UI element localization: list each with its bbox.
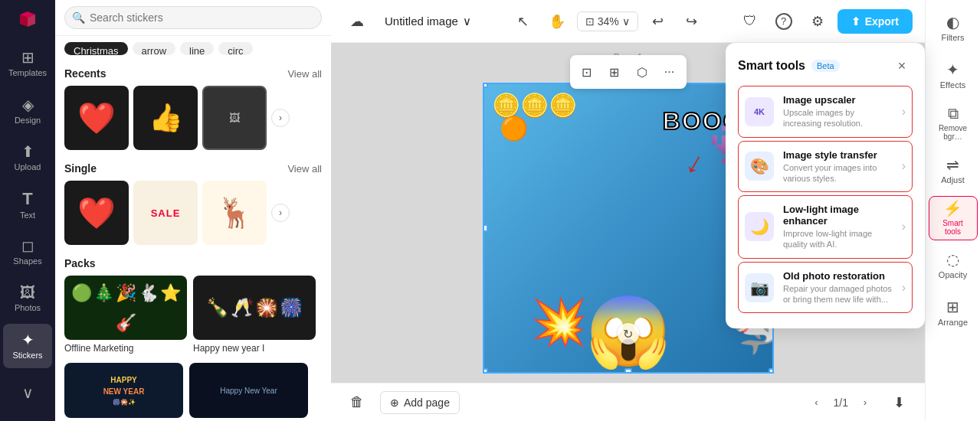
sticker-recent-1[interactable]: 👍: [133, 86, 198, 150]
sidebar-item-photos[interactable]: 🖼 Photos: [3, 277, 52, 321]
smart-tool-item-image-upscaler[interactable]: 4K Image upscaler Upscale images by incr…: [738, 86, 913, 138]
right-tool-smart-tools[interactable]: ⚡ Smarttools: [929, 196, 978, 240]
delete-element-button[interactable]: 🗑: [343, 389, 371, 416]
single-header: Single View all: [64, 162, 322, 175]
single-view-all[interactable]: View all: [287, 163, 322, 175]
filters-label: Filters: [942, 33, 965, 42]
float-layer-button[interactable]: ⬡: [630, 60, 654, 84]
low-light-text: Low-light image enhancer Improve low-lig…: [783, 204, 893, 250]
export-button[interactable]: ⬆ Export: [837, 9, 913, 34]
right-tool-opacity[interactable]: ◌ Opacity: [929, 243, 978, 288]
top-toolbar: ☁ Untitled image ∨ ↖ ✋ ⊡ 34% ∨ ↩ ↪: [331, 0, 925, 43]
handle-bottom-left[interactable]: [483, 368, 488, 374]
float-select-button[interactable]: ⊡: [575, 60, 599, 84]
right-tool-arrange[interactable]: ⊞ Arrange: [929, 291, 978, 335]
search-bar: 🔍: [55, 0, 331, 36]
handle-top-left[interactable]: [483, 83, 488, 88]
sticker-recent-0[interactable]: ❤️: [64, 86, 129, 150]
settings-icon: ⚙: [811, 13, 824, 30]
packs-title: Packs: [64, 257, 95, 269]
download-button[interactable]: ⬇: [885, 389, 913, 416]
download-icon: ⬇: [893, 394, 905, 411]
sidebar-item-templates[interactable]: ⊞ Templates: [3, 41, 52, 85]
smart-tool-item-low-light[interactable]: 🌙 Low-light image enhancer Improve low-l…: [738, 195, 913, 259]
zoom-chevron-icon: ∨: [622, 15, 630, 28]
trash-icon: 🗑: [350, 394, 364, 410]
shield-button[interactable]: 🛡: [736, 8, 764, 35]
right-tool-remove-bg[interactable]: ⧉ Removebgr…: [929, 101, 978, 145]
recents-next-arrow[interactable]: ›: [271, 109, 290, 127]
adjust-icon: ⇌: [946, 157, 959, 172]
canvas-float-toolbar: ⊡ ⊞ ⬡ ···: [570, 55, 687, 89]
toolbar-center: ↖ ✋ ⊡ 34% ∨ ↩ ↪: [510, 8, 706, 35]
smart-tool-item-style-transfer[interactable]: 🎨 Image style transfer Convert your imag…: [738, 141, 913, 193]
handle-bottom-middle[interactable]: [624, 368, 632, 374]
float-more-icon: ···: [664, 65, 674, 79]
right-tool-adjust[interactable]: ⇌ Adjust: [929, 148, 978, 193]
sidebar-item-design[interactable]: ◈ Design: [3, 89, 52, 132]
add-page-icon: ⊕: [390, 397, 399, 409]
sticker-single-2[interactable]: 🦌: [202, 181, 267, 245]
bottom-bar: 🗑 ⊕ Add page ‹ 1/1 › ⬇: [331, 383, 925, 421]
zoom-control[interactable]: ⊡ 34% ∨: [577, 11, 638, 31]
bottom-sticker-1[interactable]: Happy New Year: [189, 363, 308, 418]
sidebar-item-upload[interactable]: ⬆ Upload: [3, 135, 52, 179]
file-name-button[interactable]: Untitled image ∨: [377, 10, 479, 33]
pack-item-1[interactable]: 🍾 🥂 🎇 🎆 Happy new year I: [193, 276, 316, 354]
effects-label: Effects: [940, 80, 965, 90]
redo-button[interactable]: ↪: [678, 8, 706, 35]
upscaler-text: Image upscaler Upscale images by increas…: [783, 94, 893, 129]
arrange-label: Arrange: [938, 318, 968, 327]
old-photo-arrow-icon: ›: [902, 281, 906, 295]
sidebar-item-text[interactable]: T Text: [3, 183, 52, 227]
tag-christmas[interactable]: Christmas: [64, 42, 128, 55]
tag-circ[interactable]: circ: [218, 42, 252, 55]
sticker-recent-2[interactable]: 🖼: [202, 86, 267, 150]
float-select-icon: ⊡: [582, 65, 592, 80]
style-transfer-desc: Convert your images into various styles.: [783, 162, 893, 184]
handle-middle-left[interactable]: [483, 224, 488, 232]
smart-tools-close-button[interactable]: ×: [891, 55, 913, 77]
help-button[interactable]: ?: [770, 8, 798, 35]
search-input[interactable]: [64, 6, 322, 29]
packs-grid: 🟢 🎄 🎉 🐇 ⭐ 🎸 Offline Marketing 🍾 🥂 🎇 🎆 Ha…: [64, 276, 322, 354]
redo-icon: ↪: [686, 13, 697, 30]
recents-title: Recents: [64, 67, 106, 80]
recents-view-all[interactable]: View all: [287, 68, 322, 80]
next-page-button[interactable]: ›: [854, 392, 876, 413]
select-tool-button[interactable]: ↖: [510, 8, 537, 35]
canvas-refresh-button[interactable]: ↻: [618, 323, 639, 344]
recents-grid: ❤️ 👍 🖼 ›: [64, 86, 322, 150]
sidebar-item-more[interactable]: ∨: [3, 371, 52, 415]
cloud-save-button[interactable]: ☁: [343, 8, 371, 35]
right-tool-effects[interactable]: ✦ Effects: [929, 54, 978, 98]
sticker-single-0[interactable]: ❤️: [64, 181, 129, 245]
float-more-button[interactable]: ···: [657, 60, 682, 84]
pack-item-0[interactable]: 🟢 🎄 🎉 🐇 ⭐ 🎸 Offline Marketing: [64, 276, 187, 354]
upscaler-arrow-icon: ›: [902, 105, 906, 119]
settings-button[interactable]: ⚙: [804, 8, 831, 35]
right-tool-filters[interactable]: ◐ Filters: [929, 6, 978, 51]
pack-thumb-0: 🟢 🎄 🎉 🐇 ⭐ 🎸: [64, 276, 187, 340]
sidebar-item-stickers[interactable]: ✦ Stickers: [3, 324, 52, 367]
sidebar-item-shapes[interactable]: ◻ Shapes: [3, 230, 52, 273]
float-grid-button[interactable]: ⊞: [602, 60, 627, 84]
sticker-single-1[interactable]: SALE: [133, 181, 198, 245]
low-light-desc: Improve low-light image quality with AI.: [783, 228, 893, 250]
prev-page-button[interactable]: ‹: [806, 392, 828, 413]
undo-button[interactable]: ↩: [644, 8, 672, 35]
packs-section: Packs 🟢 🎄 🎉 🐇 ⭐ 🎸 Offline Marketing 🍾 🥂: [55, 251, 331, 360]
tag-line[interactable]: line: [180, 42, 214, 55]
old-photo-name: Old photo restoration: [783, 270, 893, 282]
style-transfer-arrow-icon: ›: [902, 159, 906, 173]
single-next-arrow[interactable]: ›: [271, 204, 290, 222]
old-photo-desc: Repair your damaged photos or bring them…: [783, 283, 893, 305]
add-page-button[interactable]: ⊕ Add page: [380, 391, 460, 414]
handle-bottom-right[interactable]: [769, 368, 774, 374]
app-logo: [14, 6, 41, 32]
recents-header: Recents View all: [64, 67, 322, 80]
hand-tool-button[interactable]: ✋: [543, 8, 571, 35]
tag-arrow[interactable]: arrow: [133, 42, 176, 55]
smart-tool-item-old-photo[interactable]: 📷 Old photo restoration Repair your dama…: [738, 262, 913, 314]
bottom-sticker-0[interactable]: HAPPY NEW YEAR 🎆🎇✨: [64, 363, 183, 418]
